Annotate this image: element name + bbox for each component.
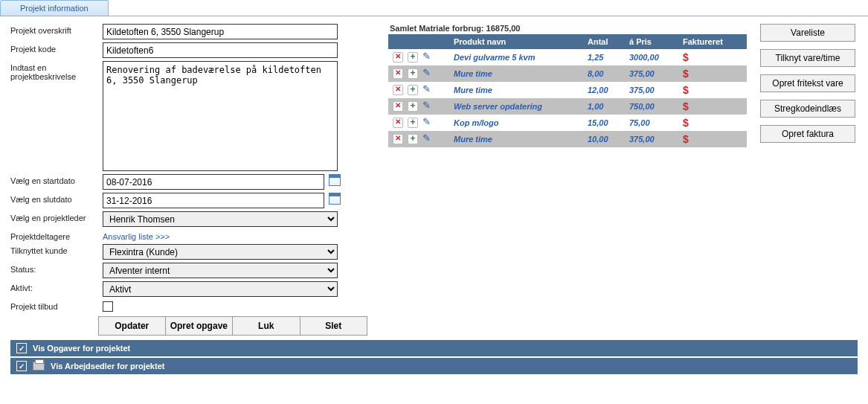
dollar-icon[interactable]: $ (683, 68, 689, 80)
fritekst-button[interactable]: Opret fritekst vare (760, 74, 855, 92)
cell-produktnavn[interactable]: Web server opdatering (449, 98, 583, 115)
table-row: Web server opdatering1,00750,00$ (388, 98, 747, 115)
panel-arbejdsedler-label: Vis Arbejdsedler for projektet (51, 362, 164, 371)
select-kunde[interactable]: Flexintra (Kunde) (103, 244, 338, 260)
add-icon[interactable] (408, 85, 418, 95)
opdater-button[interactable]: Opdater (98, 316, 166, 336)
cell-antal: 1,25 (583, 49, 625, 65)
label-beskrivelse: Indtast en projektbeskrivelse (10, 61, 98, 81)
tilknyt-button[interactable]: Tilknyt vare/time (760, 49, 855, 67)
cell-produktnavn[interactable]: Mure time (449, 82, 583, 98)
edit-icon[interactable] (422, 134, 433, 144)
faktura-button[interactable]: Opret faktura (760, 125, 855, 143)
delete-icon[interactable] (393, 68, 403, 79)
summary-text: Samlet Matriale forbrug: 16875,00 (388, 24, 747, 33)
add-icon[interactable] (408, 52, 418, 62)
panel-opgaver[interactable]: Vis Opgaver for projektet (10, 340, 858, 356)
table-row: Mure time8,00375,00$ (388, 65, 747, 82)
input-overskrift[interactable] (103, 24, 338, 39)
cell-produktnavn[interactable]: Mure time (449, 65, 583, 82)
label-leder: Vælg en projektleder (10, 211, 98, 222)
delete-icon[interactable] (393, 118, 403, 128)
product-table: Produkt navn Antal á Pris Faktureret Dev… (388, 34, 747, 147)
cell-pris: 375,00 (625, 131, 678, 147)
vareliste-button[interactable]: Vareliste (760, 24, 855, 42)
edit-icon[interactable] (422, 68, 433, 79)
add-icon[interactable] (408, 134, 418, 144)
add-icon[interactable] (408, 101, 418, 112)
dollar-icon[interactable]: $ (683, 117, 689, 129)
select-aktivt[interactable]: Aktivt (103, 281, 338, 297)
table-row: Mure time12,00375,00$ (388, 82, 747, 98)
calendar-icon[interactable] (329, 193, 341, 205)
tab-project-info[interactable]: Projekt information (0, 0, 109, 16)
th-antal: Antal (583, 34, 625, 49)
project-form: Projekt overskrift Projekt kode Indtast … (10, 24, 367, 336)
cell-antal: 1,00 (583, 98, 625, 115)
cell-produktnavn[interactable]: Mure time (449, 131, 583, 147)
select-leder[interactable]: Henrik Thomsen (103, 211, 338, 227)
label-status: Status: (10, 263, 98, 274)
th-produktnavn: Produkt navn (449, 34, 583, 49)
cell-pris: 375,00 (625, 82, 678, 98)
panel-opgaver-label: Vis Opgaver for projektet (33, 344, 130, 353)
dollar-icon[interactable]: $ (683, 84, 689, 96)
th-faktureret: Faktureret (678, 34, 747, 49)
luk-button[interactable]: Luk (233, 316, 300, 336)
input-slutdato[interactable] (103, 193, 324, 208)
table-row: Mure time10,00375,00$ (388, 131, 747, 147)
dollar-icon[interactable]: $ (683, 51, 689, 63)
link-ansvarlig-liste[interactable]: Ansvarlig liste >>> (103, 230, 170, 241)
input-kode[interactable] (103, 42, 338, 58)
label-slutdato: Vælg en slutdato (10, 193, 98, 204)
opret-opgave-button[interactable]: Opret opgave (166, 316, 233, 336)
cell-pris: 375,00 (625, 65, 678, 82)
cell-produktnavn[interactable]: Devi gulvarme 5 kvm (449, 49, 583, 65)
dollar-icon[interactable]: $ (683, 133, 689, 145)
cell-pris: 75,00 (625, 115, 678, 131)
cell-pris: 3000,00 (625, 49, 678, 65)
slet-button[interactable]: Slet (300, 316, 367, 336)
side-buttons: Vareliste Tilknyt vare/time Opret fritek… (760, 24, 855, 143)
table-row: Kop m/logo15,0075,00$ (388, 115, 747, 131)
calendar-icon[interactable] (329, 174, 341, 186)
delete-icon[interactable] (393, 85, 403, 95)
dollar-icon[interactable]: $ (683, 100, 689, 112)
cell-antal: 10,00 (583, 131, 625, 147)
label-tilbud: Projekt tilbud (10, 300, 98, 311)
table-row: Devi gulvarme 5 kvm1,253000,00$ (388, 49, 747, 65)
cell-antal: 8,00 (583, 65, 625, 82)
select-status[interactable]: Afventer internt (103, 263, 338, 278)
label-kunde: Tilknyttet kunde (10, 244, 98, 255)
label-deltagere: Projektdeltagere (10, 230, 98, 241)
check-icon[interactable] (16, 343, 27, 353)
delete-icon[interactable] (393, 101, 403, 112)
cell-antal: 15,00 (583, 115, 625, 131)
form-buttons: Opdater Opret opgave Luk Slet (98, 316, 367, 336)
print-icon[interactable] (33, 362, 45, 371)
panel-arbejdsedler[interactable]: Vis Arbejdsedler for projektet (10, 358, 858, 374)
textarea-beskrivelse[interactable]: Renovering af badeværelse på kildetoften… (103, 61, 338, 171)
stregkode-button[interactable]: Stregkodeindlæs (760, 100, 855, 118)
cell-antal: 12,00 (583, 82, 625, 98)
edit-icon[interactable] (422, 101, 433, 112)
th-pris: á Pris (625, 34, 678, 49)
add-icon[interactable] (408, 118, 418, 128)
label-aktivt: Aktivt: (10, 281, 98, 292)
cell-produktnavn[interactable]: Kop m/logo (449, 115, 583, 131)
th-icons (388, 34, 449, 49)
label-kode: Projekt kode (10, 42, 98, 54)
add-icon[interactable] (408, 68, 418, 79)
input-startdato[interactable] (103, 174, 324, 190)
label-overskrift: Projekt overskrift (10, 24, 98, 35)
edit-icon[interactable] (422, 118, 433, 128)
edit-icon[interactable] (422, 52, 433, 62)
delete-icon[interactable] (393, 52, 403, 62)
delete-icon[interactable] (393, 134, 403, 144)
checkbox-tilbud[interactable] (103, 301, 113, 312)
material-table-area: Samlet Matriale forbrug: 16875,00 Produk… (388, 24, 747, 147)
check-icon[interactable] (16, 361, 27, 371)
tab-bar: Projekt information (0, 0, 868, 16)
label-startdato: Vælg en startdato (10, 174, 98, 185)
edit-icon[interactable] (422, 85, 433, 95)
